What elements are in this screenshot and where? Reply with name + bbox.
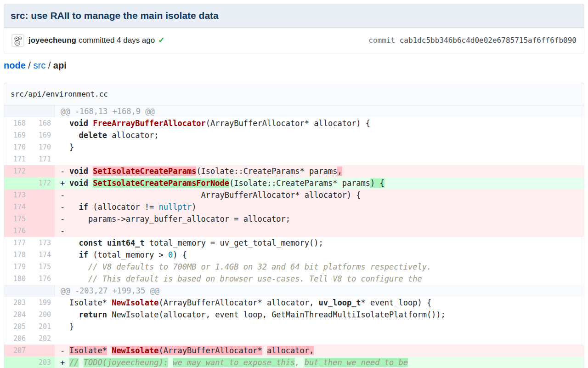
line-number-old[interactable]: 175 [4, 213, 29, 225]
line-number-gutter: 175 [4, 213, 55, 225]
line-number-new[interactable]: 176 [29, 273, 55, 285]
breadcrumb: node / src / api [4, 60, 584, 71]
line-number-gutter: 203 [4, 356, 55, 368]
diff-table: @@ -168,13 +168,9 @@168168void FreeArray… [4, 105, 584, 368]
code-line: } [55, 321, 584, 333]
avatar[interactable] [11, 34, 24, 47]
line-number-new [29, 345, 55, 356]
commit-meta-left: joyeecheung committed 4 days ago ✓ [11, 34, 368, 47]
code-token: 0 [168, 250, 173, 259]
hunk-header-text: @@ -168,13 +168,9 @@ [55, 105, 584, 117]
line-number-old[interactable]: 178 [4, 249, 29, 261]
line-number-old[interactable]: 176 [4, 225, 29, 237]
line-number-new[interactable]: 169 [29, 129, 55, 141]
line-number-new[interactable]: 203 [29, 356, 55, 368]
line-number-gutter: 177173 [4, 237, 55, 249]
diff-marker: - [60, 213, 69, 225]
line-number-new[interactable]: 201 [29, 321, 55, 333]
diff-marker: + [60, 356, 69, 368]
diff-marker: + [60, 177, 69, 189]
line-number-new[interactable]: 172 [29, 177, 55, 189]
line-number-old [4, 285, 29, 297]
code-token [300, 358, 305, 367]
diff-row: 174- if (allocator != nullptr) [4, 201, 584, 213]
line-number-old[interactable]: 179 [4, 261, 29, 273]
author-link[interactable]: joyeecheung [28, 36, 76, 45]
code-line: } [55, 141, 584, 153]
line-number-new[interactable]: 199 [29, 297, 55, 309]
line-number-old[interactable]: 177 [4, 237, 29, 249]
line-number-old[interactable]: 171 [4, 153, 29, 165]
diff-row: 203+// TODO(joyeecheung): we may want to… [4, 356, 584, 368]
code-token: (ArrayBufferAllocator* allocator, [158, 298, 318, 307]
diff-row: 203199Isolate* NewIsolate(ArrayBufferAll… [4, 297, 584, 309]
code-token: uv_loop_t [318, 298, 361, 307]
line-number-new [29, 225, 55, 237]
line-number-new[interactable]: 170 [29, 141, 55, 153]
diff-row: 207-Isolate* NewIsolate(ArrayBufferAlloc… [4, 345, 584, 356]
line-number-old[interactable]: 207 [4, 345, 29, 356]
diff-row: 175- params->array_buffer_allocator = al… [4, 213, 584, 225]
code-line: -Isolate* NewIsolate(ArrayBufferAllocato… [55, 345, 584, 356]
line-number-gutter [4, 285, 55, 297]
line-number-old[interactable]: 206 [4, 333, 29, 345]
code-token [168, 358, 173, 367]
commit-time-text: committed 4 days ago [79, 36, 155, 45]
diff-marker: - [60, 165, 69, 177]
line-number-old[interactable]: 180 [4, 273, 29, 285]
diff-marker: - [60, 189, 69, 201]
line-number-new[interactable]: 200 [29, 309, 55, 321]
line-number-old[interactable]: 204 [4, 309, 29, 321]
code-token: nullptr [159, 202, 192, 212]
line-number-new [29, 165, 55, 177]
line-number-gutter: 168168 [4, 117, 55, 129]
line-number-old[interactable]: 173 [4, 189, 29, 201]
code-line: void FreeArrayBufferAllocator(ArrayBuffe… [55, 117, 584, 129]
commit-hash-group: commit cab1dc5bb346b6c4d0e02e6785715af6f… [368, 36, 577, 45]
code-token: @@ -168,13 +168,9 @@ [61, 107, 155, 116]
hunk-row: @@ -203,27 +199,35 @@ [4, 285, 584, 297]
code-token: Isolate* [69, 346, 107, 355]
diff-row: 170170} [4, 141, 584, 153]
line-number-new[interactable]: 168 [29, 117, 55, 129]
line-number-old[interactable]: 205 [4, 321, 29, 333]
code-token: TODO(joyeecheung): [84, 358, 168, 367]
line-number-new[interactable]: 173 [29, 237, 55, 249]
breadcrumb-repo-link[interactable]: node [4, 60, 26, 70]
line-number-new[interactable]: 175 [29, 261, 55, 273]
code-token: , [337, 167, 342, 176]
line-number-new[interactable]: 174 [29, 249, 55, 261]
line-number-gutter: 173 [4, 189, 55, 201]
status-check-icon[interactable]: ✓ [158, 35, 164, 45]
line-number-new[interactable]: 171 [29, 153, 55, 165]
code-token: if [79, 202, 88, 212]
code-token: // [69, 358, 79, 367]
line-number-old[interactable]: 169 [4, 129, 29, 141]
line-number-new[interactable]: 202 [29, 333, 55, 345]
line-number-old[interactable]: 172 [4, 165, 29, 177]
line-number-new [29, 285, 55, 297]
code-token [102, 238, 107, 247]
diff-row: 177173 const uint64_t total_memory = uv_… [4, 237, 584, 249]
hunk-header-text: @@ -203,27 +199,35 @@ [55, 285, 584, 297]
breadcrumb-src-link[interactable]: src [33, 60, 45, 70]
commit-header-box: src: use RAII to manage the main isolate… [4, 4, 584, 53]
line-number-old [4, 105, 29, 117]
line-number-old[interactable]: 174 [4, 201, 29, 213]
diff-row: 206202 [4, 333, 584, 345]
line-number-new [29, 213, 55, 225]
line-number-new [29, 105, 55, 117]
code-token: * event_loop) { [361, 298, 432, 307]
diff-marker: - [60, 345, 69, 356]
line-number-old[interactable]: 170 [4, 141, 29, 153]
code-token: we may want to expose this [173, 358, 295, 367]
code-token: ) { [173, 250, 187, 259]
code-token: } [69, 322, 74, 331]
diff-file-box: src/api/environment.cc @@ -168,13 +168,9… [4, 83, 584, 368]
line-number-old[interactable]: 168 [4, 117, 29, 129]
line-number-old[interactable]: 203 [4, 297, 29, 309]
line-number-gutter: 170170 [4, 141, 55, 153]
code-token: , [295, 358, 300, 367]
line-number-new [29, 201, 55, 213]
code-token: SetIsolateCreateParamsForNode [93, 178, 229, 188]
